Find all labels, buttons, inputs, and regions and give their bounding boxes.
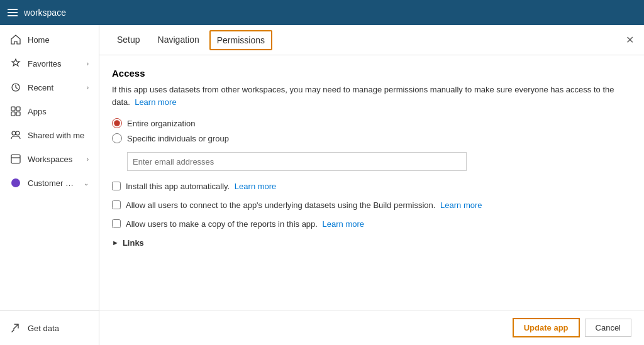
learn-more-build[interactable]: Learn more	[440, 200, 482, 210]
checkbox-allow-copy-input[interactable]	[112, 219, 121, 228]
access-title: Access	[112, 68, 631, 79]
panel-footer: Update app Cancel	[99, 310, 644, 345]
shared-icon	[10, 129, 21, 141]
svg-rect-3	[11, 112, 15, 116]
svg-rect-1	[11, 107, 15, 111]
learn-more-copy[interactable]: Learn more	[323, 219, 364, 229]
recent-icon	[10, 82, 21, 93]
chevron-right-icon: ›	[87, 156, 89, 163]
radio-entire-org-label[interactable]: Entire organization	[127, 119, 195, 128]
sidebar: Home Favorites › Recent ›	[0, 25, 99, 345]
chevron-down-icon: ⌄	[84, 180, 89, 187]
chevron-right-icon: ›	[87, 84, 89, 91]
learn-more-link-access[interactable]: Learn more	[135, 97, 176, 107]
sidebar-item-customer[interactable]: Customer Service A... ⌄	[3, 172, 96, 194]
checkbox-allow-build-input[interactable]	[112, 200, 121, 209]
radio-group: Entire organization Specific individuals…	[112, 118, 631, 143]
topbar: workspace	[0, 0, 644, 25]
sidebar-item-workspaces[interactable]: Workspaces ›	[3, 148, 96, 170]
sidebar-bottom: Get data	[0, 310, 99, 345]
checkbox-allow-build-label: Allow all users to connect to the app's …	[126, 200, 482, 211]
checkbox-install-auto: Install this app automatically. Learn mo…	[112, 181, 631, 192]
checkbox-allow-copy-label: Allow users to make a copy of the report…	[126, 219, 364, 230]
checkbox-install-auto-input[interactable]	[112, 182, 121, 190]
sidebar-item-apps[interactable]: Apps	[3, 100, 96, 123]
checkbox-group: Install this app automatically. Learn mo…	[112, 181, 631, 231]
sidebar-item-label-favorites: Favorites	[28, 59, 61, 68]
email-input[interactable]	[127, 152, 467, 171]
sidebar-item-label-home: Home	[28, 35, 50, 45]
content-area: Setup Navigation Permissions ✕ Access If…	[99, 25, 644, 345]
links-label: Links	[123, 238, 144, 248]
sidebar-item-favorites[interactable]: Favorites ›	[3, 52, 96, 75]
favorites-icon	[10, 58, 21, 69]
sidebar-item-label-shared: Shared with me	[28, 131, 84, 140]
home-icon	[10, 34, 21, 45]
svg-rect-7	[11, 155, 20, 163]
links-section[interactable]: ► Links	[112, 238, 631, 248]
radio-specific-label[interactable]: Specific individuals or group	[127, 134, 229, 143]
get-data-label: Get data	[28, 324, 59, 333]
sidebar-item-label-recent: Recent	[28, 83, 53, 92]
sidebar-item-home[interactable]: Home	[3, 28, 96, 51]
checkbox-allow-build: Allow all users to connect to the app's …	[112, 200, 631, 211]
customer-icon	[10, 177, 21, 189]
radio-specific[interactable]: Specific individuals or group	[112, 133, 631, 143]
close-button[interactable]: ✕	[626, 34, 634, 46]
info-paragraph: If this app uses datasets from other wor…	[112, 84, 631, 108]
tabs-bar: Setup Navigation Permissions ✕	[99, 25, 644, 55]
get-data-icon	[10, 322, 21, 334]
sidebar-item-label-customer: Customer Service A...	[28, 178, 77, 188]
hamburger-icon[interactable]	[8, 9, 18, 16]
sidebar-item-get-data[interactable]: Get data	[3, 317, 96, 339]
svg-point-8	[11, 178, 20, 187]
radio-entire-org-input[interactable]	[112, 118, 122, 128]
sidebar-item-label-workspaces: Workspaces	[28, 155, 72, 164]
workspaces-icon	[10, 153, 21, 165]
svg-rect-4	[16, 112, 20, 116]
apps-icon	[10, 106, 21, 117]
chevron-right-links-icon: ►	[112, 239, 119, 246]
svg-point-6	[16, 131, 19, 135]
chevron-right-icon: ›	[87, 60, 89, 67]
topbar-title: workspace	[24, 8, 66, 18]
cancel-button[interactable]: Cancel	[585, 319, 631, 337]
sidebar-item-recent[interactable]: Recent ›	[3, 76, 96, 99]
checkbox-install-auto-label: Install this app automatically. Learn mo…	[126, 181, 276, 192]
update-app-button[interactable]: Update app	[513, 318, 580, 337]
tab-setup[interactable]: Setup	[109, 26, 148, 55]
sidebar-item-label-apps: Apps	[28, 107, 47, 116]
email-input-row	[127, 152, 631, 171]
learn-more-install[interactable]: Learn more	[235, 182, 276, 191]
tab-navigation[interactable]: Navigation	[150, 26, 207, 55]
panel-content: Access If this app uses datasets from ot…	[99, 55, 644, 310]
tab-permissions[interactable]: Permissions	[209, 30, 272, 50]
radio-entire-org[interactable]: Entire organization	[112, 118, 631, 128]
svg-rect-2	[16, 107, 20, 111]
radio-specific-input[interactable]	[112, 133, 122, 143]
checkbox-allow-copy: Allow users to make a copy of the report…	[112, 219, 631, 230]
main-layout: Home Favorites › Recent ›	[0, 25, 644, 345]
sidebar-item-shared[interactable]: Shared with me	[3, 124, 96, 146]
svg-point-5	[12, 131, 16, 135]
